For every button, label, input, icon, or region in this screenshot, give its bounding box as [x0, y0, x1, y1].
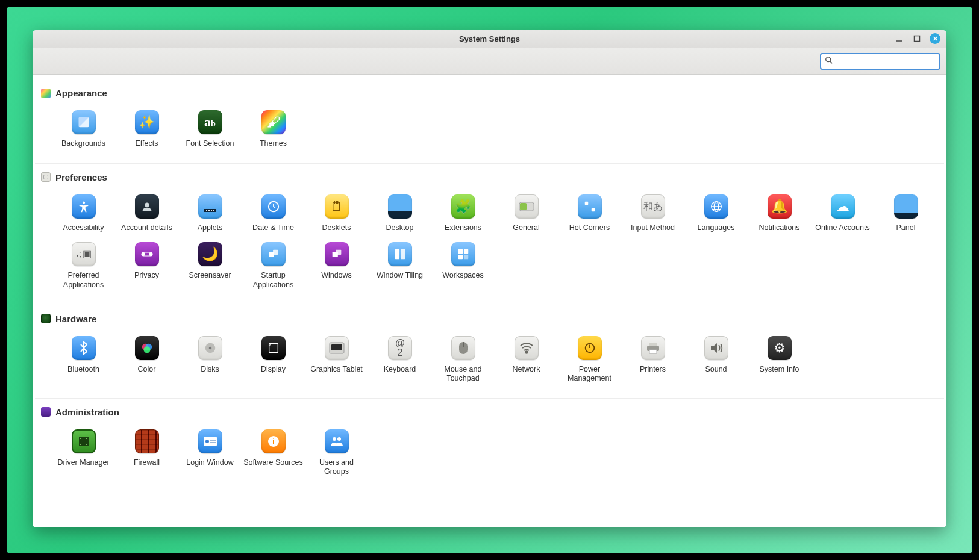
- item-backgrounds[interactable]: Backgrounds: [52, 107, 115, 155]
- item-disks[interactable]: Disks: [178, 332, 242, 390]
- software-sources-icon: i: [261, 429, 286, 453]
- svg-rect-23: [273, 250, 278, 255]
- item-label: Desktop: [386, 223, 414, 233]
- item-users-groups[interactable]: Users and Groups: [305, 426, 368, 483]
- svg-rect-30: [458, 255, 462, 259]
- item-label: Languages: [698, 223, 735, 233]
- close-button[interactable]: ✕: [930, 33, 940, 44]
- item-label: Bluetooth: [67, 365, 99, 375]
- svg-rect-15: [584, 201, 588, 205]
- item-font-selection[interactable]: ab Font Selection: [178, 107, 242, 155]
- item-themes[interactable]: 🖌 Themes: [242, 107, 305, 155]
- svg-point-5: [82, 201, 84, 204]
- item-mouse-touchpad[interactable]: Mouse and Touchpad: [431, 332, 495, 390]
- item-desktop[interactable]: Desktop: [368, 191, 431, 239]
- item-startup-applications[interactable]: Startup Applications: [242, 238, 305, 296]
- hardware-section-icon: [41, 314, 51, 323]
- item-firewall[interactable]: Firewall: [115, 426, 178, 483]
- item-panel[interactable]: Panel: [874, 191, 937, 239]
- svg-point-52: [205, 440, 209, 443]
- item-label: Extensions: [445, 223, 481, 233]
- item-screensaver[interactable]: 🌙Screensaver: [178, 238, 242, 296]
- item-color[interactable]: Color: [115, 332, 178, 390]
- item-notifications[interactable]: 🔔Notifications: [748, 191, 811, 239]
- item-power-management[interactable]: Power Management: [558, 332, 621, 390]
- item-driver-manager[interactable]: Driver Manager: [52, 426, 115, 483]
- item-label: Applets: [198, 223, 223, 233]
- item-label: Desklets: [322, 223, 351, 233]
- item-languages[interactable]: Languages: [684, 191, 748, 239]
- minimize-button[interactable]: [893, 33, 904, 44]
- item-accessibility[interactable]: Accessibility: [52, 191, 115, 239]
- appearance-section-icon: [41, 89, 51, 98]
- svg-point-57: [333, 437, 336, 441]
- item-privacy[interactable]: Privacy: [115, 238, 178, 296]
- users-groups-icon: [325, 429, 349, 453]
- section-appearance: Appearance Backgrounds ✨ Effects ab Font…: [35, 79, 944, 164]
- search-box[interactable]: [820, 53, 940, 70]
- item-date-time[interactable]: Date & Time: [242, 191, 305, 239]
- item-label: Window Tiling: [377, 271, 423, 281]
- item-account-details[interactable]: Account details: [115, 191, 178, 239]
- svg-rect-14: [520, 203, 527, 210]
- workspaces-icon: [451, 242, 475, 266]
- item-label: Keyboard: [384, 365, 416, 375]
- item-general[interactable]: General: [495, 191, 558, 239]
- item-applets[interactable]: Applets: [178, 191, 242, 239]
- account-details-icon: [135, 194, 159, 219]
- item-keyboard[interactable]: @2Keyboard: [368, 332, 431, 390]
- item-label: Notifications: [758, 223, 799, 233]
- svg-point-6: [145, 202, 149, 207]
- network-icon: [515, 336, 539, 360]
- general-icon: [515, 194, 539, 219]
- item-label: Account details: [121, 223, 172, 233]
- item-printers[interactable]: Printers: [621, 332, 684, 390]
- windows-icon: [325, 242, 349, 266]
- svg-rect-45: [649, 350, 657, 353]
- bluetooth-icon: [72, 336, 96, 360]
- item-hot-corners[interactable]: Hot Corners: [558, 191, 621, 239]
- item-graphics-tablet[interactable]: Graphics Tablet: [305, 332, 368, 390]
- system-info-icon: ⚙: [768, 336, 792, 360]
- item-window-tiling[interactable]: Window Tiling: [368, 238, 431, 296]
- administration-section-icon: [41, 407, 51, 417]
- item-label: Startup Applications: [243, 271, 304, 290]
- item-effects[interactable]: ✨ Effects: [115, 107, 178, 155]
- item-label: Effects: [136, 139, 158, 149]
- firewall-icon: [135, 429, 159, 453]
- desklets-icon: 🗒: [325, 194, 349, 219]
- svg-rect-25: [336, 250, 341, 255]
- item-windows[interactable]: Windows: [305, 238, 368, 296]
- item-login-window[interactable]: Login Window: [178, 426, 242, 483]
- item-display[interactable]: Display: [242, 332, 305, 390]
- item-input-method[interactable]: 和あInput Method: [621, 191, 684, 239]
- svg-point-8: [206, 210, 207, 211]
- printers-icon: [641, 336, 665, 360]
- item-label: Disks: [201, 365, 219, 375]
- svg-rect-54: [210, 442, 216, 443]
- item-label: Panel: [896, 223, 916, 233]
- font-selection-icon: ab: [198, 110, 222, 134]
- section-administration: Administration Driver Manager Firewall L…: [35, 399, 944, 491]
- item-label: Sound: [705, 365, 727, 375]
- item-label: Windows: [321, 271, 352, 281]
- search-input[interactable]: [837, 57, 938, 66]
- item-extensions[interactable]: 🧩Extensions: [431, 191, 495, 239]
- item-system-info[interactable]: ⚙System Info: [748, 332, 811, 390]
- item-preferred-applications[interactable]: ♫▣Preferred Applications: [52, 238, 115, 296]
- item-online-accounts[interactable]: ☁Online Accounts: [811, 191, 874, 239]
- item-label: Mouse and Touchpad: [433, 365, 493, 384]
- mouse-icon: [451, 336, 475, 360]
- svg-point-49: [80, 444, 81, 445]
- item-network[interactable]: Network: [495, 332, 558, 390]
- item-label: Input Method: [631, 223, 675, 233]
- item-software-sources[interactable]: iSoftware Sources: [242, 426, 305, 483]
- item-sound[interactable]: Sound: [684, 332, 748, 390]
- item-desklets[interactable]: 🗒Desklets: [305, 191, 368, 239]
- item-bluetooth[interactable]: Bluetooth: [52, 332, 115, 390]
- power-icon: [578, 336, 602, 360]
- item-label: Users and Groups: [306, 458, 367, 477]
- maximize-button[interactable]: [912, 33, 922, 44]
- item-workspaces[interactable]: Workspaces: [431, 238, 495, 296]
- online-accounts-icon: ☁: [831, 194, 855, 219]
